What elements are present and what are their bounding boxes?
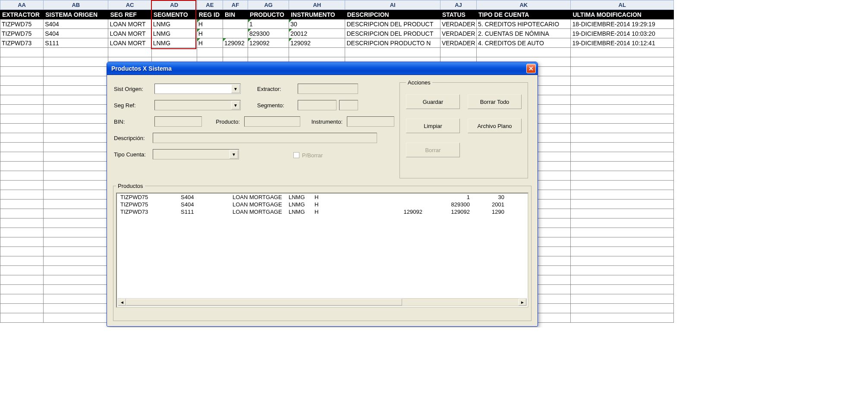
- header-cell[interactable]: ULTIMA MODIFICACION: [571, 10, 674, 19]
- header-cell[interactable]: DESCRIPCION: [345, 10, 440, 19]
- col-letter[interactable]: AG: [248, 0, 289, 10]
- cell[interactable]: S404: [44, 19, 108, 29]
- cell[interactable]: 829300: [248, 29, 289, 38]
- chevron-down-icon[interactable]: ▼: [230, 150, 238, 159]
- pborrar-checkbox[interactable]: [293, 152, 299, 158]
- borrar-todo-button[interactable]: Borrar Todo: [468, 94, 522, 109]
- list-item[interactable]: TIZPWD75 S404 LOAN MORTGAGE LNMG H 1 30: [117, 193, 528, 201]
- scroll-track[interactable]: [126, 299, 519, 306]
- col-letter[interactable]: AC: [108, 0, 151, 10]
- header-cell[interactable]: INSTRUMENTO: [289, 10, 345, 19]
- header-cell[interactable]: BIN: [223, 10, 248, 19]
- header-cell[interactable]: TIPO DE CUENTA: [477, 10, 571, 19]
- header-cell[interactable]: REG ID: [197, 10, 223, 19]
- cell[interactable]: LOAN MORT: [108, 19, 151, 29]
- cell[interactable]: 19-DICIEMBRE-2014 10:12:41: [571, 38, 674, 48]
- cell[interactable]: LNMG: [151, 19, 197, 29]
- borrar-button: Borrar: [406, 143, 460, 157]
- bin-field[interactable]: [154, 116, 202, 127]
- tipo-cuenta-combo[interactable]: ▼: [153, 149, 239, 159]
- limpiar-button[interactable]: Limpiar: [406, 119, 460, 133]
- col-letter[interactable]: AH: [289, 0, 345, 10]
- cell[interactable]: 2. CUENTAS DE NÓMINA: [477, 29, 571, 38]
- col-letter[interactable]: AL: [571, 0, 674, 10]
- instrumento-field[interactable]: [347, 116, 394, 127]
- header-cell[interactable]: SISTEMA ORIGEN: [44, 10, 108, 19]
- cell[interactable]: 129092: [248, 38, 289, 48]
- list-item[interactable]: TIZPWD73 S111 LOAN MORTGAGE LNMG H 12909…: [117, 208, 528, 215]
- producto-field[interactable]: [244, 116, 300, 127]
- dialog-titlebar[interactable]: Productos X Sistema ✕: [107, 62, 538, 75]
- col-letter[interactable]: AF: [223, 0, 248, 10]
- productos-listbox[interactable]: TIZPWD75 S404 LOAN MORTGAGE LNMG H 1 30 …: [116, 193, 528, 308]
- cell[interactable]: [223, 19, 248, 29]
- cell[interactable]: DESCRIPCION PRODUCTO N: [345, 38, 440, 48]
- header-cell[interactable]: SEGMENTO: [151, 10, 197, 19]
- col-letter[interactable]: AK: [477, 0, 571, 10]
- horizontal-scrollbar[interactable]: ◄ ►: [118, 298, 527, 306]
- close-icon[interactable]: ✕: [526, 64, 536, 73]
- segmento-field[interactable]: [298, 100, 337, 110]
- cell[interactable]: 129092: [289, 38, 345, 48]
- chevron-down-icon[interactable]: ▼: [231, 101, 240, 109]
- seg-ref-combo[interactable]: ▼: [154, 100, 241, 110]
- header-cell[interactable]: EXTRACTOR: [0, 10, 44, 19]
- label-bin: BIN:: [114, 119, 153, 125]
- cell[interactable]: 5. CREDITOS HIPOTECARIO: [477, 19, 571, 29]
- header-cell[interactable]: SEG REF: [108, 10, 151, 19]
- cell[interactable]: H: [197, 19, 223, 29]
- cell[interactable]: 30: [289, 19, 345, 29]
- cell[interactable]: LOAN MORT: [108, 29, 151, 38]
- scroll-thumb[interactable]: [126, 299, 402, 306]
- scroll-right-icon[interactable]: ►: [519, 299, 526, 306]
- scroll-left-icon[interactable]: ◄: [118, 299, 126, 306]
- cell[interactable]: VERDADER: [440, 38, 476, 48]
- list-item[interactable]: TIZPWD75 S404 LOAN MORTGAGE LNMG H 82930…: [117, 201, 528, 208]
- header-cell[interactable]: PRODUCTO: [248, 10, 289, 19]
- guardar-button[interactable]: Guardar: [406, 94, 460, 109]
- cell[interactable]: H: [197, 38, 223, 48]
- cell[interactable]: [223, 29, 248, 38]
- chevron-down-icon[interactable]: ▼: [231, 84, 240, 93]
- header-cell[interactable]: STATUS: [440, 10, 476, 19]
- col-letter[interactable]: AI: [345, 0, 440, 10]
- cell[interactable]: TIZPWD73: [0, 38, 44, 48]
- productos-group: Productos TIZPWD75 S404 LOAN MORTGAGE LN…: [113, 183, 531, 321]
- acciones-group: Acciones Guardar Borrar Todo Limpiar Arc…: [399, 79, 528, 178]
- col-letter[interactable]: AA: [0, 0, 44, 10]
- cell[interactable]: LNMG: [151, 29, 197, 38]
- header-row: EXTRACTOR SISTEMA ORIGEN SEG REF SEGMENT…: [0, 10, 674, 19]
- col-letter[interactable]: AD: [151, 0, 197, 10]
- cell[interactable]: TIZPWD75: [0, 19, 44, 29]
- segmento-field-2[interactable]: [339, 100, 358, 110]
- sist-origen-combo[interactable]: ▼: [154, 84, 241, 94]
- cell[interactable]: VERDADER: [440, 29, 476, 38]
- productos-legend: Productos: [116, 183, 145, 189]
- cell[interactable]: TIZPWD75: [0, 29, 44, 38]
- col-letter[interactable]: AB: [44, 0, 108, 10]
- archivo-plano-button[interactable]: Archivo Plano: [468, 119, 522, 133]
- col-letter[interactable]: AJ: [440, 0, 476, 10]
- col-letter[interactable]: AE: [197, 0, 223, 10]
- label-instrumento: Instrumento:: [302, 119, 345, 125]
- descripcion-field[interactable]: [153, 133, 377, 143]
- label-seg-ref: Seg Ref:: [114, 102, 153, 109]
- label-sist-origen: Sist Origen:: [114, 86, 153, 92]
- cell[interactable]: LNMG: [151, 38, 197, 48]
- cell[interactable]: H: [197, 29, 223, 38]
- label-extractor: Extractor:: [257, 86, 296, 92]
- extractor-field[interactable]: [298, 84, 358, 94]
- cell[interactable]: 20012: [289, 29, 345, 38]
- cell[interactable]: 19-DICIEMBRE-2014 10:03:20: [571, 29, 674, 38]
- cell[interactable]: 4. CREDITOS DE AUTO: [477, 38, 571, 48]
- cell[interactable]: 129092: [223, 38, 248, 48]
- cell[interactable]: 1: [248, 19, 289, 29]
- cell[interactable]: S111: [44, 38, 108, 48]
- cell[interactable]: DESCRIPCION DEL PRODUCT: [345, 19, 440, 29]
- cell[interactable]: VERDADER: [440, 19, 476, 29]
- cell[interactable]: LOAN MORT: [108, 38, 151, 48]
- label-producto: Producto:: [204, 119, 242, 125]
- cell[interactable]: 18-DICIEMBRE-2014 19:29:19: [571, 19, 674, 29]
- cell[interactable]: DESCRIPCION DEL PRODUCT: [345, 29, 440, 38]
- cell[interactable]: S404: [44, 29, 108, 38]
